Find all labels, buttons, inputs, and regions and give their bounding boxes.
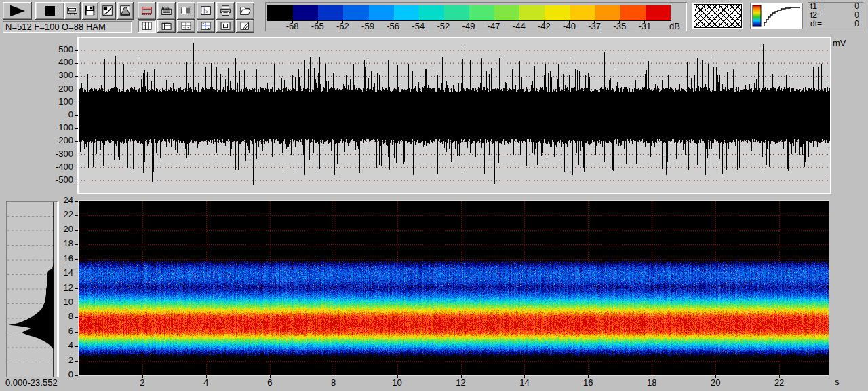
- spectrogram-xtick-label: 8: [323, 378, 344, 388]
- stop-icon: [43, 4, 57, 18]
- spectrogram-xtick-label: 2: [132, 378, 153, 388]
- color-scale-label: -49: [458, 22, 479, 31]
- waveform-ytick-label: 0: [47, 110, 73, 119]
- grid-top-dashed-icon: [161, 22, 173, 31]
- waveform-ytick-label: 100: [47, 97, 73, 107]
- stop-button[interactable]: [35, 2, 64, 20]
- axis-tickmark: [75, 50, 78, 51]
- open-folder-icon: [239, 5, 252, 17]
- grid-vertical-icon: [141, 22, 153, 31]
- color-scale-label: -37: [584, 22, 606, 31]
- grid-edit-button[interactable]: [236, 20, 254, 33]
- color-scale-segment: [570, 5, 595, 20]
- waveform-plot[interactable]: [79, 38, 830, 193]
- shaded-region-button[interactable]: [177, 2, 195, 20]
- grid-top-dashed-button[interactable]: [157, 20, 176, 33]
- time-readout-row: dt=0: [808, 20, 863, 29]
- color-scale-segment: [469, 5, 494, 20]
- db-unit-label: dB: [669, 22, 680, 31]
- window-function-button[interactable]: [117, 2, 134, 20]
- axis-tickmark: [75, 128, 78, 129]
- spectrogram-xtick-label: 12: [451, 378, 471, 388]
- spectrogram-xtick-label: 4: [196, 378, 216, 388]
- color-scale-label: -62: [332, 22, 353, 31]
- spectrogram-ytick-label: 22: [47, 210, 73, 219]
- grid-vertical-button[interactable]: [138, 20, 156, 33]
- axis-tickmark: [75, 244, 78, 245]
- spectrogram-ytick-label: 0: [47, 370, 73, 379]
- red-frame-display-button[interactable]: [138, 2, 156, 20]
- color-scale-label: -52: [433, 22, 454, 31]
- waveform-ytick-label: 400: [47, 58, 73, 67]
- spectrogram-ytick-label: 2: [47, 356, 73, 365]
- color-scale-segment: [268, 5, 293, 20]
- axis-tickmark: [75, 181, 78, 181]
- grid-cross-axes-button[interactable]: [197, 20, 215, 33]
- palette-transfer-curve-icon: [751, 3, 802, 29]
- grid-cross-icon: [180, 22, 193, 31]
- analysis-settings-text: N=512 F=100 O=88 HAM: [5, 22, 106, 32]
- axis-tickmark: [75, 274, 78, 274]
- play-icon: [6, 4, 29, 18]
- gamma-curve-button[interactable]: [100, 2, 116, 20]
- spectrogram-plot[interactable]: [79, 201, 829, 375]
- color-scale-label: -40: [559, 22, 580, 31]
- grid-cross-axes-icon: [200, 22, 212, 31]
- palette-transfer-curve-box[interactable]: [750, 3, 803, 29]
- axis-tickmark: [75, 259, 78, 260]
- save-floppy-icon: [84, 5, 96, 17]
- color-scale-segment: [646, 5, 671, 20]
- spectrogram-xtick-label: 18: [642, 378, 662, 388]
- waveform-trace: [79, 43, 829, 185]
- color-scale-segment: [595, 5, 620, 20]
- spectrogram-ytick-label: 14: [47, 268, 73, 278]
- axis-tickmark: [75, 201, 78, 202]
- time-unit-label: s: [835, 377, 840, 387]
- shaded-region-icon: [180, 5, 193, 17]
- scope-display-button[interactable]: [64, 2, 81, 20]
- color-scale-label: -56: [382, 22, 404, 31]
- axis-tickmark: [75, 361, 78, 362]
- color-scale-label: -42: [533, 22, 555, 31]
- analysis-settings-readout: N=512 F=100 O=88 HAM: [3, 21, 132, 33]
- texture-preview-box[interactable]: [692, 3, 743, 29]
- color-scale-segment: [620, 5, 646, 20]
- time-cursor-readout: t1 =0t2=0dt=0: [808, 2, 863, 31]
- time-readout-value: 0: [854, 20, 859, 29]
- color-scale-segment: [394, 5, 419, 20]
- s-grid-icon: s: [200, 5, 212, 17]
- axis-tickmark: [75, 230, 78, 231]
- time-range-label: 0.000-23.552: [5, 378, 58, 388]
- printer-button[interactable]: [216, 2, 235, 20]
- spectrum-analyzer-window: N=512 F=100 O=88 HAM dB -68-65-62-59-56-…: [0, 0, 868, 391]
- gamma-curve-icon: [102, 5, 114, 17]
- comb-display-button[interactable]: [157, 2, 176, 20]
- axis-tickmark: [75, 215, 78, 216]
- play-button[interactable]: [3, 2, 32, 20]
- spectrogram-ytick-label: 12: [47, 283, 73, 293]
- grid-inner-box-button[interactable]: [216, 20, 235, 33]
- spectrogram-xtick-label: 10: [387, 378, 408, 388]
- color-scale-label: -65: [307, 22, 328, 31]
- axis-tickmark: [75, 103, 78, 103]
- color-scale-segment: [293, 5, 318, 20]
- color-scale-segment: [343, 5, 368, 20]
- color-scale-segment: [318, 5, 343, 20]
- waveform-unit-label: mV: [833, 39, 846, 48]
- axis-tickmark: [75, 141, 78, 142]
- grid-cross-button[interactable]: [177, 20, 195, 33]
- waveform-ytick-label: -500: [47, 175, 73, 185]
- spectrogram-xtick-label: 20: [705, 378, 726, 388]
- save-floppy-button[interactable]: [82, 2, 98, 20]
- axis-tickmark: [75, 288, 78, 289]
- color-scale-label: -35: [609, 22, 631, 31]
- color-scale-label: -47: [483, 22, 505, 31]
- spectrogram-ytick-label: 6: [47, 327, 73, 336]
- open-folder-button[interactable]: [236, 2, 254, 20]
- color-scale-segment: [369, 5, 394, 20]
- time-readout-label: dt=: [810, 20, 822, 29]
- comb-display-icon: [161, 5, 173, 17]
- color-scale-segment: [545, 5, 570, 20]
- s-grid-button[interactable]: s: [197, 2, 215, 20]
- spectrogram-ytick-label: 10: [47, 297, 73, 307]
